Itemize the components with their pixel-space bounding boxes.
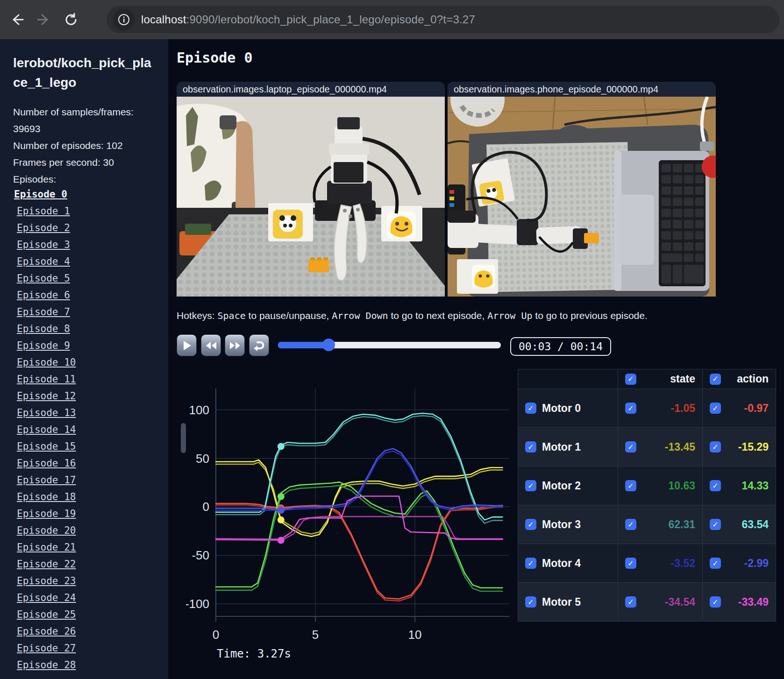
action-checkbox[interactable]: ✓ — [710, 403, 721, 414]
episode-link[interactable]: Episode 15 — [17, 441, 76, 452]
episode-link[interactable]: Episode 7 — [17, 306, 70, 318]
episode-list-item: Episode 19 — [13, 508, 156, 525]
episode-list-item: Episode 28 — [13, 659, 156, 676]
episode-link[interactable]: Episode 27 — [17, 643, 76, 654]
episode-link[interactable]: Episode 18 — [17, 491, 76, 502]
phone-camera-video[interactable] — [448, 97, 716, 297]
svg-text:0: 0 — [203, 500, 209, 514]
motor-chart: 100500-50-1000510 Time: 3.27s — [186, 385, 519, 674]
action-column-label: action — [737, 373, 769, 385]
back-icon[interactable] — [7, 9, 27, 30]
state-checkbox[interactable]: ✓ — [625, 558, 636, 569]
episode-link[interactable]: Episode 13 — [17, 407, 76, 418]
url-path: :9090/lerobot/koch_pick_place_1_lego/epi… — [186, 13, 475, 26]
action-checkbox[interactable]: ✓ — [710, 596, 721, 608]
episode-link[interactable]: Episode 9 — [17, 340, 70, 351]
episode-link[interactable]: Episode 1 — [17, 205, 70, 217]
svg-text:0: 0 — [213, 628, 219, 642]
episode-link[interactable]: Episode 21 — [17, 542, 76, 553]
episode-link[interactable]: Episode 3 — [17, 239, 70, 250]
episode-link[interactable]: Episode 19 — [17, 508, 76, 519]
episode-link[interactable]: Episode 24 — [17, 592, 76, 603]
action-value: 14.33 — [741, 480, 769, 492]
timeline-progress — [278, 342, 328, 348]
address-bar[interactable]: localhost:9090/lerobot/koch_pick_place_1… — [107, 6, 779, 33]
state-checkbox[interactable]: ✓ — [625, 519, 636, 530]
motor-checkbox[interactable]: ✓ — [525, 558, 536, 569]
main-content: Episode 0 observation.images.laptop_epis… — [168, 39, 784, 679]
motor-label: Motor 4 — [542, 557, 581, 570]
motor-checkbox[interactable]: ✓ — [525, 403, 536, 414]
motor-checkbox[interactable]: ✓ — [525, 519, 536, 530]
episode-list-item: Episode 9 — [13, 340, 156, 357]
phone-video-panel: observation.images.phone_episode_000000.… — [448, 82, 716, 297]
timeline-thumb[interactable] — [322, 339, 335, 351]
motor-row: ✓Motor 5✓-34.54✓-33.49 — [518, 583, 776, 622]
svg-text:-100: -100 — [186, 597, 209, 611]
motor-checkbox[interactable]: ✓ — [525, 441, 536, 453]
url-host: localhost — [141, 13, 186, 26]
phone-video-title: observation.images.phone_episode_000000.… — [448, 82, 716, 97]
motor-checkbox[interactable]: ✓ — [525, 480, 536, 491]
episode-link[interactable]: Episode 12 — [17, 390, 76, 402]
action-checkbox[interactable]: ✓ — [710, 441, 721, 453]
state-column-checkbox[interactable]: ✓ — [625, 374, 636, 385]
state-value: -3.52 — [671, 557, 695, 570]
state-checkbox[interactable]: ✓ — [625, 403, 636, 414]
laptop-camera-video[interactable] — [177, 97, 445, 297]
episode-link[interactable]: Episode 8 — [17, 323, 70, 334]
episode-link[interactable]: Episode 6 — [17, 290, 70, 301]
episode-list-item: Episode 2 — [13, 222, 156, 239]
action-value: -0.97 — [744, 402, 769, 415]
episode-link[interactable]: Episode 16 — [17, 458, 76, 469]
chart-time-label: Time: 3.27s — [217, 647, 291, 660]
rewind-button[interactable] — [201, 334, 221, 356]
fast-forward-button[interactable] — [225, 334, 245, 356]
state-checkbox[interactable]: ✓ — [625, 480, 636, 491]
episode-link[interactable]: Episode 25 — [17, 609, 76, 620]
action-checkbox[interactable]: ✓ — [710, 519, 721, 530]
timeline-slider[interactable] — [278, 342, 501, 348]
stat-episodes: Number of episodes: 102 — [13, 137, 156, 154]
hotkey-arrow-down: Arrow Down — [332, 310, 388, 321]
play-button[interactable] — [177, 334, 197, 356]
motor-label: Motor 3 — [542, 518, 581, 531]
loop-button[interactable] — [249, 334, 269, 356]
lego-brick — [308, 260, 329, 272]
action-column-checkbox[interactable]: ✓ — [710, 374, 721, 385]
episode-link[interactable]: Episode 28 — [17, 659, 76, 671]
episode-link[interactable]: Episode 0 — [14, 189, 67, 200]
motor-checkbox[interactable]: ✓ — [525, 596, 536, 608]
action-checkbox[interactable]: ✓ — [710, 558, 721, 569]
state-checkbox[interactable]: ✓ — [625, 596, 636, 608]
episode-link[interactable]: Episode 4 — [17, 256, 70, 267]
svg-text:5: 5 — [312, 628, 319, 642]
episode-link[interactable]: Episode 17 — [17, 474, 76, 486]
page-title: Episode 0 — [177, 50, 253, 66]
state-column-label: state — [670, 373, 695, 385]
episode-link[interactable]: Episode 11 — [17, 374, 76, 385]
forward-icon[interactable] — [34, 9, 54, 30]
motor-label: Motor 0 — [542, 402, 581, 415]
reload-icon[interactable] — [61, 9, 81, 30]
motor-chart-svg[interactable]: 100500-50-1000510 — [186, 385, 519, 644]
episode-link[interactable]: Episode 14 — [17, 424, 76, 435]
episode-link[interactable]: Episode 26 — [17, 626, 76, 637]
episode-link[interactable]: Episode 2 — [17, 222, 70, 233]
state-checkbox[interactable]: ✓ — [625, 441, 636, 453]
motor-table-body: ✓Motor 0✓-1.05✓-0.97✓Motor 1✓-13.45✓-15.… — [518, 389, 776, 622]
lego-brick-top — [584, 233, 599, 243]
episode-link[interactable]: Episode 10 — [17, 357, 76, 368]
sidebar-scrollbar[interactable] — [181, 423, 186, 453]
action-value: 63.54 — [741, 518, 769, 531]
episode-link[interactable]: Episode 5 — [17, 273, 70, 284]
episode-link[interactable]: Episode 22 — [17, 559, 76, 570]
action-checkbox[interactable]: ✓ — [710, 480, 721, 491]
episode-link[interactable]: Episode 20 — [17, 525, 76, 536]
svg-text:100: 100 — [189, 403, 209, 417]
episode-link[interactable]: Episode 23 — [17, 575, 76, 587]
motor-label: Motor 1 — [542, 441, 581, 453]
site-info-icon[interactable] — [113, 9, 135, 30]
episode-list-item: Episode 5 — [13, 273, 156, 290]
episode-list-item: Episode 14 — [13, 424, 156, 441]
